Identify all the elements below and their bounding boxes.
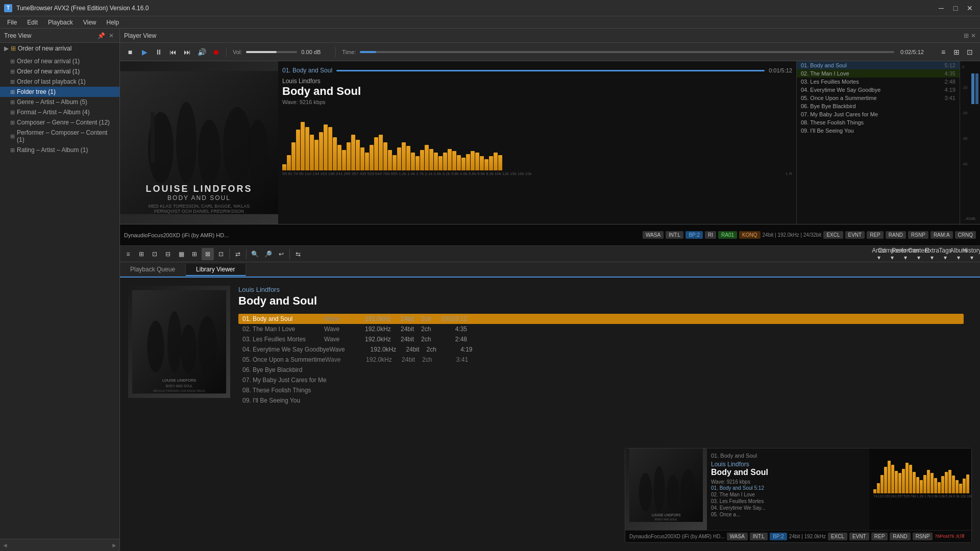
- album-track-8[interactable]: 08. These Foolish Things: [238, 385, 964, 395]
- toolbar-extra-btn[interactable]: ⇆: [292, 248, 304, 260]
- next-button[interactable]: ⏭: [181, 46, 193, 58]
- view-icon3[interactable]: ⊡: [964, 46, 976, 58]
- svg-point-3: [176, 102, 197, 184]
- dropdown-content[interactable]: Content ▾: [913, 248, 925, 260]
- toolbar-zoom-btn[interactable]: 🔎: [262, 248, 274, 260]
- dropdown-history[interactable]: History ▾: [966, 248, 978, 260]
- toolbar-btn-6[interactable]: ⊞: [188, 248, 201, 260]
- library-content: LOUISE LINDFORS BODY AND SOUL MED KLAS T…: [120, 278, 980, 551]
- time-label: Time:: [342, 49, 356, 55]
- track-progress-bar[interactable]: [336, 70, 765, 71]
- tree-item-icon5: ⊞: [10, 99, 15, 106]
- album-track-3[interactable]: 03. Les Feuilles Mortes Wave 192.0kHz 24…: [238, 334, 964, 344]
- toolbar-btn-active[interactable]: ⊠: [202, 248, 214, 260]
- tree-item-icon4: ⊞: [10, 89, 15, 95]
- toolbar-arrow-btn[interactable]: ⇄: [232, 248, 244, 260]
- album-track-6[interactable]: 06. Bye Bye Blackbird: [238, 365, 964, 375]
- popup-track-4[interactable]: 04. Everytime We Say...: [711, 505, 865, 511]
- toolbar-btn-8[interactable]: ⊡: [215, 248, 227, 260]
- prev-button[interactable]: ⏮: [167, 46, 179, 58]
- svg-text:-10: -10: [962, 86, 967, 89]
- tree-item-new-arrival[interactable]: ⊞ Order of new arrival (1): [0, 56, 119, 66]
- menu-help[interactable]: Help: [102, 18, 125, 27]
- album-track-7[interactable]: 07. My Baby Just Cares for Me: [238, 375, 964, 385]
- album-track-1[interactable]: 01. Body and Soul Wave 192.0kHz 24bit 2c…: [238, 314, 964, 324]
- track-list-item-9[interactable]: 09. I'll Be Seeing You: [797, 127, 960, 135]
- minimize-button[interactable]: ─: [935, 2, 947, 14]
- close-button[interactable]: ✕: [964, 2, 976, 14]
- tech-badge-excl: EXCL: [823, 231, 843, 239]
- album-track-9[interactable]: 09. I'll Be Seeing You: [238, 395, 964, 406]
- play-button[interactable]: ▶: [138, 46, 151, 58]
- tab-library-viewer[interactable]: Library Viewer: [186, 264, 246, 276]
- expand-icon[interactable]: ⊞: [964, 32, 969, 39]
- arrow-left-icon[interactable]: ◄: [2, 542, 8, 549]
- toolbar-nav-btn[interactable]: ↩: [275, 248, 287, 260]
- track-list-item-7[interactable]: 07. My Baby Just Cares for Me: [797, 110, 960, 118]
- svg-point-18: [167, 311, 182, 372]
- tech-badge-rsnp: RSNP: [908, 231, 928, 239]
- toolbar-btn-2[interactable]: ⊞: [135, 248, 148, 260]
- volume-slider[interactable]: [246, 51, 297, 53]
- maximize-button[interactable]: □: [949, 2, 962, 14]
- popup-track-5[interactable]: 05. Once a...: [711, 511, 865, 518]
- vis-bar: [337, 145, 341, 170]
- mini-vis-bar: [888, 461, 891, 493]
- player-view-header: Player View ⊞ ✕: [120, 29, 980, 43]
- mini-player-popup: LOUISE LINDFORS BODY AND SOUL 01. Body a…: [625, 448, 972, 543]
- vis-bar: [420, 150, 424, 170]
- pause-button[interactable]: ⏸: [153, 46, 165, 58]
- menu-playback[interactable]: Playback: [43, 18, 78, 27]
- view-icon2[interactable]: ⊞: [950, 46, 963, 58]
- dropdown-extra[interactable]: Extra ▾: [926, 248, 938, 260]
- tree-item-performer[interactable]: ⊞ Performer – Composer – Content (1): [0, 128, 119, 145]
- tree-item-last-playback[interactable]: ⊞ Order of last playback (1): [0, 77, 119, 87]
- track-list-item-8[interactable]: 08. These Foolish Things: [797, 118, 960, 127]
- tree-item-label: Order of new arrival (1): [17, 58, 80, 65]
- tree-item-composer[interactable]: ⊞ Composer – Genre – Content (12): [0, 117, 119, 128]
- tree-root-arrow: ▶: [4, 45, 9, 52]
- track-list-item-4[interactable]: 04. Everytime We Say Goodbye 4:19: [797, 86, 960, 94]
- popup-track-3[interactable]: 03. Les Feuilles Mortes: [711, 498, 865, 505]
- toolbar-btn-1[interactable]: ≡: [122, 248, 134, 260]
- album-track-5[interactable]: 05. Once Upon a Summertime Wave 192.0kHz…: [238, 355, 964, 365]
- toolbar-btn-3[interactable]: ⊡: [149, 248, 161, 260]
- volume-button[interactable]: 🔊: [195, 46, 208, 58]
- artist-name: Louis Lindfors: [282, 78, 792, 85]
- close-player-icon[interactable]: ✕: [971, 32, 976, 39]
- menu-file[interactable]: File: [2, 18, 22, 27]
- track-list-item-5[interactable]: 05. Once Upon a Summertime 3:41: [797, 94, 960, 102]
- vol-db-display: 0.00 dB: [301, 49, 329, 55]
- album-track-2[interactable]: 02. The Man I Love Wave 192.0kHz 24bit 2…: [238, 324, 964, 334]
- tree-item-icon8: ⊞: [10, 133, 15, 140]
- tree-item-new-arrival2[interactable]: ⊞ Order of new arrival (1): [0, 66, 119, 77]
- popup-track-2[interactable]: 02. The Man I Love: [711, 491, 865, 498]
- stop-button[interactable]: ■: [124, 46, 136, 58]
- app-icon: T: [4, 4, 12, 12]
- arrow-right-icon[interactable]: ►: [111, 542, 117, 549]
- pin-icon[interactable]: 📌: [97, 32, 105, 40]
- time-slider[interactable]: [360, 51, 894, 53]
- track-list-item-3[interactable]: 03. Les Feuilles Mortes 2:48: [797, 78, 960, 86]
- album-cover: LOUISE LINDFORS BODY AND SOUL MED KLAS T…: [128, 286, 230, 398]
- track-list-item-1[interactable]: 01. Body and Soul 5:12: [797, 61, 960, 69]
- tab-playback-queue[interactable]: Playback Queue: [120, 264, 186, 275]
- record-button[interactable]: ⏺: [210, 46, 222, 58]
- toolbar-btn-4[interactable]: ⊟: [162, 248, 174, 260]
- track-list-item-6[interactable]: 06. Bye Bye Blackbird: [797, 102, 960, 110]
- tree-item-format[interactable]: ⊞ Format – Artist – Album (4): [0, 107, 119, 117]
- album-track-4[interactable]: 04. Everytime We Say Goodbye Wave 192.0k…: [238, 344, 964, 355]
- view-icon1[interactable]: ≡: [937, 46, 949, 58]
- toolbar-btn-5[interactable]: ▦: [175, 248, 187, 260]
- tree-item-genre[interactable]: ⊞ Genre – Artist – Album (5): [0, 97, 119, 107]
- track-list-item-2[interactable]: 02. The Man I Love 4:35: [797, 69, 960, 78]
- close-panel-icon[interactable]: ✕: [107, 32, 115, 40]
- popup-branding: 76Post76 火球: [935, 533, 965, 540]
- menu-view[interactable]: View: [78, 18, 102, 27]
- tree-item-folder-tree[interactable]: ⊞ Folder tree (1): [0, 87, 119, 97]
- tree-item-rating[interactable]: ⊞ Rating – Artist – Album (1): [0, 145, 119, 155]
- popup-track-1[interactable]: 01. Body and Soul 5:12: [711, 485, 865, 491]
- toolbar-search-btn[interactable]: 🔍: [249, 248, 261, 260]
- track-bit-1: 24bit: [401, 315, 421, 322]
- menu-edit[interactable]: Edit: [22, 18, 43, 27]
